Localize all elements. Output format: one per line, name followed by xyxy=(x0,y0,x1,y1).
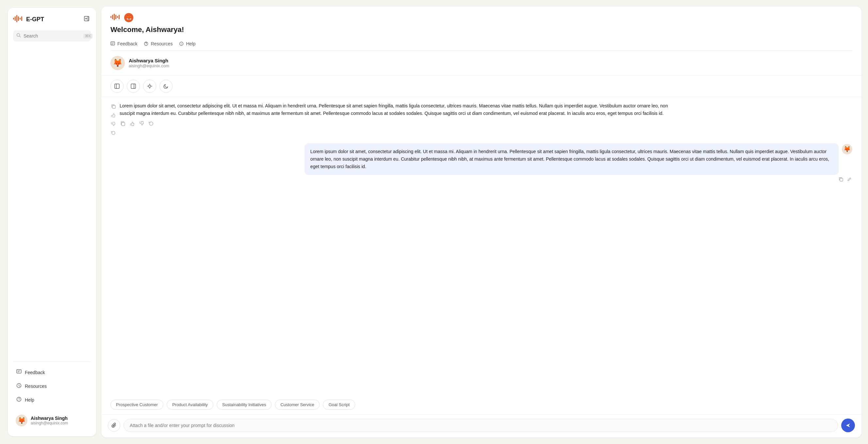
chip-goal-script[interactable]: Goal Script xyxy=(323,400,355,410)
svg-text:?: ? xyxy=(18,398,20,401)
main-area: 🦊 Welcome, Aishwarya! Feedback Resources… xyxy=(96,0,868,444)
resources-icon xyxy=(16,383,22,389)
welcome-title: Welcome, Aishwarya! xyxy=(111,26,852,34)
search-input[interactable] xyxy=(24,33,81,38)
svg-rect-2 xyxy=(16,15,17,22)
user-message-actions xyxy=(111,176,852,183)
ai-message-row: Lorem ipsum dolor sit amet, consectetur … xyxy=(111,102,852,137)
dark-mode-button[interactable] xyxy=(159,80,173,93)
ai-thumbdown-button-left[interactable] xyxy=(111,121,116,128)
messages-area: Lorem ipsum dolor sit amet, consectetur … xyxy=(101,97,862,397)
svg-rect-17 xyxy=(112,15,113,19)
chip-sustainability[interactable]: Sustainability Initiatives xyxy=(217,400,272,410)
ai-copy-button[interactable] xyxy=(120,121,126,128)
user-avatar: 🦊 xyxy=(16,415,27,426)
chat-input[interactable] xyxy=(124,419,838,432)
svg-rect-5 xyxy=(21,16,22,21)
svg-rect-31 xyxy=(131,84,135,89)
app-title: E-GPT xyxy=(26,16,44,23)
sidebar-footer: Feedback Resources ? Help 🦊 Aishwarya Si… xyxy=(13,362,91,430)
new-chat-button[interactable] xyxy=(82,14,91,25)
layout-left-button[interactable] xyxy=(111,80,124,93)
ai-message-text: Lorem ipsum dolor sit amet, consectetur … xyxy=(120,102,676,117)
search-icon xyxy=(16,33,21,39)
svg-point-26 xyxy=(146,45,147,45)
chat-nav-resources[interactable]: Resources xyxy=(144,38,173,50)
chat-nav: Feedback Resources ? Help xyxy=(111,38,852,50)
chip-customer-service[interactable]: Customer Service xyxy=(275,400,320,410)
svg-text:?: ? xyxy=(181,43,182,46)
svg-rect-1 xyxy=(15,16,16,21)
sidebar-header: E-GPT xyxy=(13,14,91,25)
chips-row: Prospective Customer Product Availabilit… xyxy=(101,397,862,414)
svg-rect-19 xyxy=(115,15,116,19)
user-copy-button[interactable] xyxy=(838,176,844,183)
input-bar xyxy=(101,414,862,438)
ai-thumbup-button-left[interactable] xyxy=(111,112,116,119)
user-info: 🦊 Aishwarya Singh aisingh@equinix.com xyxy=(13,411,91,430)
chat-nav-feedback[interactable]: Feedback xyxy=(111,38,137,50)
svg-rect-21 xyxy=(119,15,120,19)
chat-nav-resources-label: Resources xyxy=(151,41,173,46)
sidebar-logo: E-GPT xyxy=(13,15,44,24)
ai-refresh-button-left[interactable] xyxy=(111,130,116,137)
svg-rect-3 xyxy=(18,16,19,21)
ai-thumbdown-button[interactable] xyxy=(138,121,145,128)
sidebar-footer-nav: Feedback Resources ? Help xyxy=(13,366,91,406)
user-message-avatar: 🦊 xyxy=(842,144,852,155)
user-message: Lorem ipsum dolor sit amet, consectetur … xyxy=(305,143,839,175)
chat-container: 🦊 Welcome, Aishwarya! Feedback Resources… xyxy=(101,6,862,438)
help-icon: ? xyxy=(16,397,22,403)
user-message-wrapper: Lorem ipsum dolor sit amet, consectetur … xyxy=(111,143,852,183)
chat-profile: 🦊 Aishwarya Singh aisingh@equinix.com xyxy=(101,50,862,76)
chat-profile-info: Aishwarya Singh aisingh@equinix.com xyxy=(129,58,169,68)
svg-rect-0 xyxy=(13,18,14,20)
user-email: aisingh@equinix.com xyxy=(31,421,68,425)
user-details: Aishwarya Singh aisingh@equinix.com xyxy=(31,416,68,425)
user-name: Aishwarya Singh xyxy=(31,416,68,421)
svg-point-33 xyxy=(149,85,151,88)
ai-message: Lorem ipsum dolor sit amet, consectetur … xyxy=(120,102,676,128)
sidebar-resources-label: Resources xyxy=(25,384,47,389)
chat-header: 🦊 Welcome, Aishwarya! Feedback Resources… xyxy=(101,6,862,50)
ai-message-actions xyxy=(120,121,676,128)
sidebar: E-GPT ⌘K Feedback Resource xyxy=(8,8,96,436)
ai-refresh-button[interactable] xyxy=(148,121,154,128)
user-edit-button[interactable] xyxy=(846,176,852,183)
user-message-text: Lorem ipsum dolor sit amet, consectetur … xyxy=(310,148,833,170)
chat-profile-avatar: 🦊 xyxy=(111,56,125,70)
chip-product-availability[interactable]: Product Availability xyxy=(167,400,213,410)
chat-nav-help[interactable]: ? Help xyxy=(179,38,195,50)
ai-copy-button-left[interactable] xyxy=(111,103,116,110)
attach-button[interactable] xyxy=(108,419,120,432)
sidebar-nav xyxy=(13,48,91,362)
chat-profile-name: Aishwarya Singh xyxy=(129,58,169,63)
svg-rect-43 xyxy=(122,123,125,126)
chat-logo-icon xyxy=(111,14,120,22)
svg-rect-20 xyxy=(117,16,118,18)
layout-right-button[interactable] xyxy=(127,80,140,93)
svg-rect-4 xyxy=(20,18,21,20)
sidebar-item-feedback[interactable]: Feedback xyxy=(13,366,91,379)
svg-rect-18 xyxy=(114,14,115,20)
search-kbd: ⌘K xyxy=(83,34,92,38)
theme-row xyxy=(101,76,862,97)
svg-rect-22 xyxy=(111,42,115,45)
svg-rect-38 xyxy=(113,105,115,108)
logo-icon xyxy=(13,15,24,24)
ai-message-left-actions xyxy=(111,102,116,137)
send-button[interactable] xyxy=(841,418,855,432)
svg-rect-16 xyxy=(111,16,112,18)
svg-rect-10 xyxy=(17,370,21,373)
sidebar-item-resources[interactable]: Resources xyxy=(13,380,91,392)
chip-prospective-customer[interactable]: Prospective Customer xyxy=(111,400,163,410)
ai-thumbup-button[interactable] xyxy=(129,121,135,128)
chat-nav-feedback-label: Feedback xyxy=(117,41,137,46)
chat-top-bar: 🦊 xyxy=(111,13,852,22)
light-mode-button[interactable] xyxy=(143,80,156,93)
search-bar: ⌘K xyxy=(13,30,91,41)
sidebar-item-help[interactable]: ? Help xyxy=(13,394,91,406)
svg-rect-48 xyxy=(840,178,843,181)
feedback-icon xyxy=(16,369,22,376)
svg-rect-29 xyxy=(115,84,119,89)
